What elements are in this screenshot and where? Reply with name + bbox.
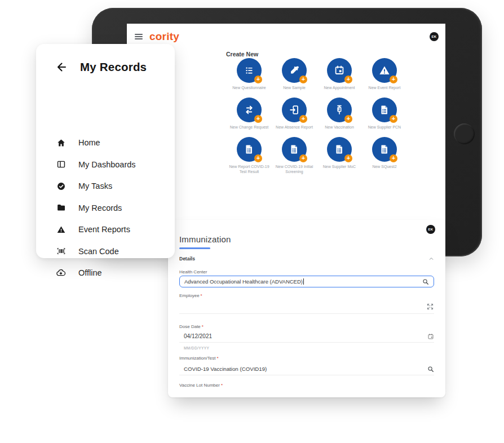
- cority-logo: cority: [149, 30, 179, 43]
- search-icon[interactable]: [422, 278, 429, 285]
- menu-item-my-dashboards[interactable]: My Dashboards: [56, 154, 168, 176]
- user-avatar[interactable]: EK: [430, 32, 439, 41]
- health-center-label: Health Center: [179, 269, 207, 274]
- tab-immunization[interactable]: Immunization: [179, 234, 231, 244]
- back-arrow-icon[interactable]: [56, 61, 67, 73]
- plus-badge-icon: [299, 115, 307, 123]
- swap-arrows-icon: [243, 104, 255, 116]
- create-new-appointment[interactable]: New Appointment: [317, 58, 362, 98]
- create-new-supplier-pcn[interactable]: New Supplier PCN: [362, 98, 407, 137]
- create-new-report-covid-test-result[interactable]: New Report COVID-19 Test Result: [227, 137, 272, 176]
- create-new-vaccination[interactable]: New Vaccination: [317, 98, 362, 137]
- create-new-supplier-moc[interactable]: New Supplier MoC: [317, 137, 362, 176]
- create-new-event-report[interactable]: New Event Report: [362, 58, 407, 98]
- cloud-download-icon: [56, 268, 66, 278]
- create-new-absence-report[interactable]: New Absence Report: [272, 98, 317, 137]
- tasks-check-icon: [56, 181, 66, 191]
- dose-date-format-hint: MM/DD/YYYY: [184, 346, 209, 350]
- employee-field[interactable]: [179, 299, 434, 314]
- marketing-composition: cority EK Create New New Questionnaire N…: [0, 0, 504, 443]
- app-bar: cority EK: [135, 27, 439, 46]
- document-icon: [288, 143, 300, 156]
- document-icon: [378, 143, 391, 156]
- menu-item-my-tasks[interactable]: My Tasks: [56, 175, 168, 197]
- user-avatar[interactable]: EK: [426, 225, 435, 234]
- menu-item-offline[interactable]: Offline: [56, 262, 168, 284]
- calendar-icon: [333, 64, 346, 77]
- warning-triangle-icon: [378, 64, 391, 77]
- immunization-form-card: EK Immunization Details Health Center Ad…: [168, 220, 445, 397]
- create-new-title: Create New: [226, 51, 258, 57]
- syringe-icon: [333, 104, 346, 116]
- immunization-test-field[interactable]: COVID-19 Vaccination (COVID19): [179, 363, 434, 375]
- hamburger-menu-icon[interactable]: [135, 34, 143, 40]
- document-icon: [243, 143, 255, 156]
- menu-title: My Records: [80, 60, 147, 74]
- plus-badge-icon: [390, 76, 397, 83]
- create-new-questionnaire[interactable]: New Questionnaire: [227, 58, 272, 98]
- plus-badge-icon: [254, 76, 262, 83]
- warning-triangle-icon: [56, 225, 66, 234]
- dose-date-field[interactable]: 04/12/2021: [179, 330, 434, 343]
- plus-badge-icon: [299, 154, 307, 162]
- employee-label: Employee*: [179, 293, 202, 298]
- document-icon: [378, 104, 391, 116]
- dashboards-icon: [56, 160, 66, 169]
- menu-item-event-reports[interactable]: Event Reports: [56, 219, 168, 241]
- dropper-icon: [288, 64, 300, 77]
- search-icon[interactable]: [427, 366, 434, 373]
- vaccine-lot-number-label: Vaccine Lot Number*: [179, 383, 223, 388]
- details-section-header[interactable]: Details: [179, 256, 434, 262]
- door-exit-icon: [288, 104, 300, 116]
- plus-badge-icon: [390, 115, 397, 123]
- dose-date-label: Dose Date*: [179, 324, 204, 329]
- create-new-covid-initial-screening[interactable]: New COVID-19 Initial Screening: [272, 137, 317, 176]
- tablet-home-button[interactable]: [454, 123, 475, 144]
- tab-indicator: [179, 247, 210, 249]
- text-cursor: [303, 278, 304, 285]
- plus-badge-icon: [390, 154, 397, 162]
- menu-item-my-records[interactable]: My Records: [56, 197, 168, 219]
- questionnaire-list-icon: [243, 64, 255, 77]
- home-icon: [56, 138, 66, 148]
- menu-item-scan-code[interactable]: Scan Code: [56, 241, 168, 263]
- plus-badge-icon: [344, 76, 352, 83]
- menu-item-home[interactable]: Home: [56, 132, 168, 154]
- details-section-label: Details: [179, 256, 195, 262]
- health-center-input[interactable]: Advanced Occupational Healthcare (ADVANC…: [179, 276, 434, 287]
- document-icon: [333, 143, 346, 156]
- plus-badge-icon: [344, 154, 352, 162]
- plus-badge-icon: [299, 76, 307, 83]
- chevron-up-icon[interactable]: [428, 256, 434, 262]
- create-new-grid: New Questionnaire New Sample New Appoint…: [227, 58, 407, 176]
- calendar-picker-icon[interactable]: [427, 333, 434, 340]
- folder-icon: [56, 203, 66, 212]
- barcode-icon: [56, 246, 66, 256]
- create-new-change-request[interactable]: New Change Request: [227, 98, 272, 137]
- my-records-menu-card: My Records Home My Dashboards My Tasks M…: [36, 44, 175, 258]
- plus-badge-icon: [344, 115, 352, 123]
- plus-badge-icon: [254, 154, 262, 162]
- immunization-test-label: Immunization/Test*: [179, 356, 219, 361]
- plus-badge-icon: [254, 115, 262, 123]
- create-new-squest2[interactable]: New SQuest2: [362, 137, 407, 176]
- create-new-sample[interactable]: New Sample: [272, 58, 317, 98]
- zoom-out-map-icon[interactable]: [426, 303, 434, 311]
